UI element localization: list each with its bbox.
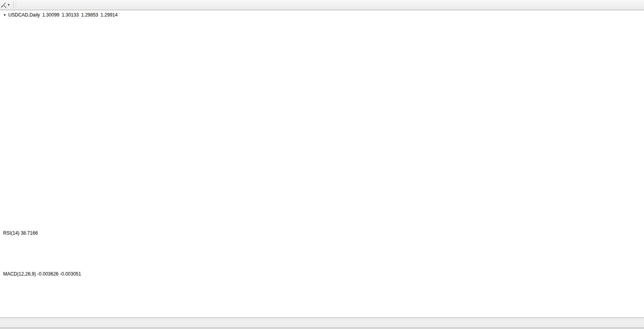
macd-main-value: -0.003626 [37, 271, 59, 277]
window-bottom-edge [0, 327, 644, 329]
price-chart-canvas[interactable] [0, 10, 644, 318]
cursor-tool-icon[interactable] [0, 1, 6, 9]
ohlc-high: 1.30133 [62, 12, 79, 18]
rsi-name: RSI(14) [3, 230, 19, 236]
chart-title: ▼USDCAD,Daily1.300991.301331.298531.2991… [3, 12, 118, 18]
symbol-collapse-caret-icon[interactable]: ▼ [3, 13, 6, 17]
chart-symbol-label: USDCAD,Daily [8, 12, 40, 18]
rsi-indicator-label: RSI(14) 38.7166 [3, 230, 38, 236]
ohlc-close: 1.29914 [101, 12, 118, 18]
rsi-value: 38.7166 [21, 230, 38, 236]
ohlc-low: 1.29853 [81, 12, 98, 18]
chart-tab-bar [0, 318, 644, 327]
chart-ohlc-values: 1.300991.301331.298531.29914 [40, 12, 118, 18]
macd-signal-value: -0.003051 [60, 271, 81, 277]
top-toolbar: ▼ [0, 0, 644, 10]
macd-name: MACD(12,26,9) [3, 271, 36, 277]
toolbar-grip-handle[interactable] [13, 2, 16, 8]
macd-indicator-label: MACD(12,26,9) -0.003626 -0.003051 [3, 271, 81, 277]
ohlc-open: 1.30099 [42, 12, 59, 18]
cursor-tool-dropdown-caret-icon[interactable]: ▼ [7, 3, 10, 7]
